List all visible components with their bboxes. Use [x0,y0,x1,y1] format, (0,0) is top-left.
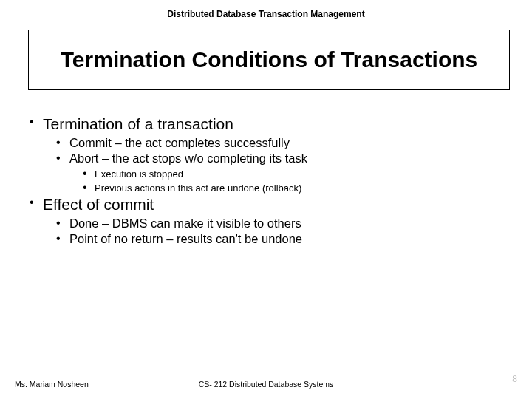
bullet-text: Termination of a transaction [43,115,233,132]
title-box: Termination Conditions of Transactions [28,30,510,90]
bullet-lvl2: Done – DBMS can make it visible to other… [56,216,510,231]
footer-course: CS- 212 Distributed Database Systems [0,380,532,389]
bullet-text: Previous actions in this act are undone … [95,183,301,194]
slide: Distributed Database Transaction Managem… [0,0,532,399]
bullet-text: Commit – the act completes successfully [69,136,290,149]
bullet-text: Done – DBMS can make it visible to other… [69,216,301,230]
bullet-text: Abort – the act stops w/o completing its… [69,151,307,165]
bullet-text: Execution is stopped [95,168,183,180]
bullet-lvl1: Termination of a transaction Commit – th… [30,115,510,194]
content-area: Termination of a transaction Commit – th… [30,115,510,248]
header-label: Distributed Database Transaction Managem… [0,9,532,19]
bullet-text: Point of no return – results can't be un… [69,232,302,245]
bullet-lvl2: Abort – the act stops w/o completing its… [56,151,510,194]
slide-title: Termination Conditions of Transactions [61,47,477,72]
footer: Ms. Mariam Nosheen CS- 212 Distributed D… [0,375,532,389]
bullet-lvl2: Commit – the act completes successfully [56,136,510,150]
bullet-lvl3: Execution is stopped [83,167,510,180]
bullet-lvl2: Point of no return – results can't be un… [56,232,510,246]
bullet-lvl3: Previous actions in this act are undone … [83,181,510,194]
footer-page-number: 8 [512,374,517,384]
bullet-lvl1: Effect of commit Done – DBMS can make it… [30,196,510,246]
bullet-text: Effect of commit [43,196,154,213]
